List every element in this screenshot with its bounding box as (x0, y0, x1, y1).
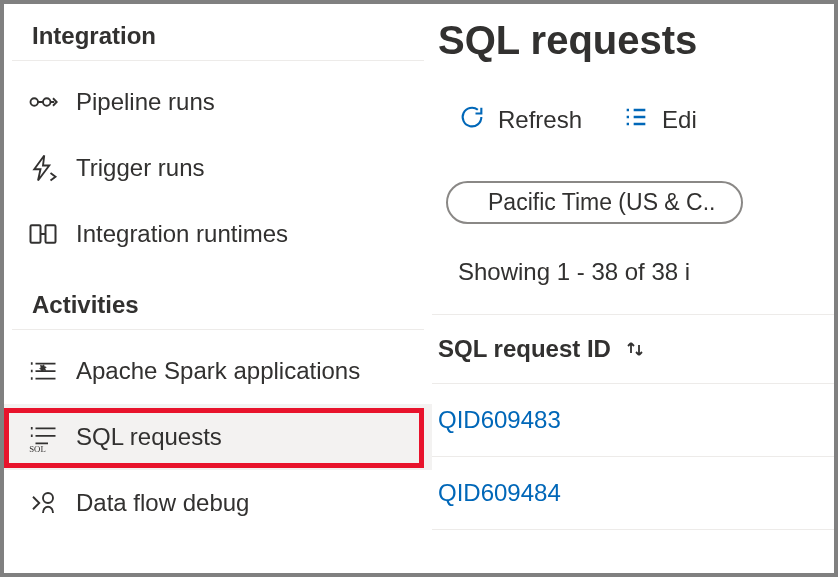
section-header-integration: Integration (12, 22, 424, 61)
sidebar-item-spark-applications[interactable]: Apache Spark applications (4, 338, 432, 404)
request-id-link[interactable]: QID609484 (438, 479, 561, 506)
sidebar-item-label: Trigger runs (76, 154, 204, 182)
column-header-label: SQL request ID (438, 335, 611, 363)
table-row[interactable]: QID609484 (432, 457, 834, 530)
section-header-activities: Activities (12, 291, 424, 330)
sidebar-item-integration-runtimes[interactable]: Integration runtimes (4, 201, 432, 267)
sidebar-item-trigger-runs[interactable]: Trigger runs (4, 135, 432, 201)
sidebar-item-label: Pipeline runs (76, 88, 215, 116)
main-panel: SQL requests Refresh Edi Pa (432, 4, 834, 573)
svg-text:SQL: SQL (29, 444, 46, 452)
request-id-link[interactable]: QID609483 (438, 406, 561, 433)
svg-point-0 (31, 98, 39, 106)
sidebar-item-dataflow-debug[interactable]: Data flow debug (4, 470, 432, 536)
sidebar-item-label: Data flow debug (76, 489, 249, 517)
list-columns-icon (622, 103, 650, 137)
toolbar: Refresh Edi (432, 93, 834, 147)
refresh-icon (458, 103, 486, 137)
sidebar-item-label: Apache Spark applications (76, 357, 360, 385)
lightning-icon (28, 153, 58, 183)
timezone-selector[interactable]: Pacific Time (US & C.. (446, 181, 743, 224)
table-row[interactable]: QID609483 (432, 384, 834, 457)
sidebar-item-label: Integration runtimes (76, 220, 288, 248)
edit-columns-button[interactable]: Edi (622, 103, 697, 137)
timezone-label: Pacific Time (US & C.. (488, 189, 715, 216)
sidebar-item-label: SQL requests (76, 423, 222, 451)
sidebar: Integration Pipeline runs Trigger runs (4, 4, 432, 573)
edit-label: Edi (662, 106, 697, 134)
refresh-button[interactable]: Refresh (458, 103, 582, 137)
runtimes-icon (28, 219, 58, 249)
pipeline-icon (28, 87, 58, 117)
svg-point-1 (43, 98, 51, 106)
svg-rect-2 (31, 225, 41, 243)
svg-point-5 (43, 493, 53, 503)
page-title: SQL requests (432, 18, 834, 63)
column-header-request-id[interactable]: SQL request ID (432, 314, 834, 384)
result-count: Showing 1 - 38 of 38 i (432, 224, 834, 286)
spark-icon (28, 356, 58, 386)
sql-icon: SQL (28, 422, 58, 452)
svg-rect-3 (46, 225, 56, 243)
dataflow-icon (28, 488, 58, 518)
sidebar-item-pipeline-runs[interactable]: Pipeline runs (4, 69, 432, 135)
sort-icon (623, 337, 647, 361)
sidebar-item-sql-requests[interactable]: SQL SQL requests (4, 404, 432, 470)
refresh-label: Refresh (498, 106, 582, 134)
